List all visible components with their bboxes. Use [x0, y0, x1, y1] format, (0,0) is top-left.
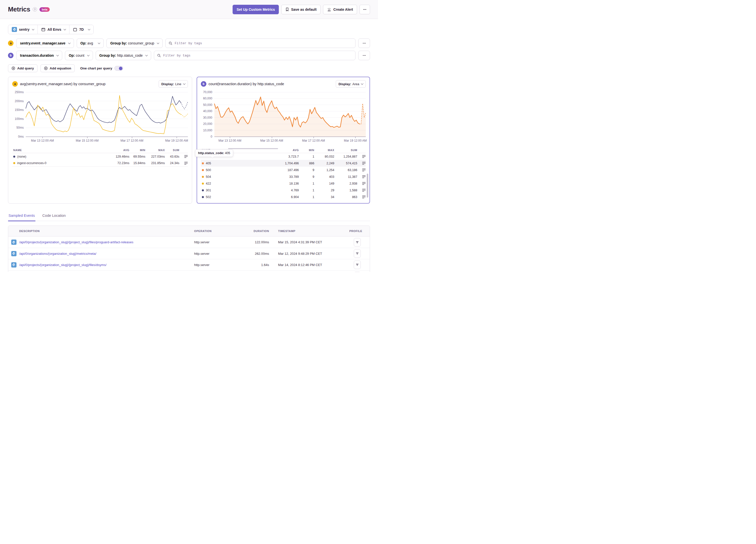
event-description-link[interactable]: /api/0/organizations/{organization_slug}… — [19, 252, 96, 256]
event-timestamp: Mar 15, 2024 4:31:39 PM CET — [269, 240, 335, 244]
row-menu-icon[interactable] — [362, 162, 366, 165]
profile-button[interactable] — [354, 249, 361, 258]
y-tick-label: 30,000 — [203, 116, 212, 119]
series-value: 69.55ms — [129, 155, 145, 158]
tab-code-location[interactable]: Code Location — [42, 214, 66, 221]
series-value: 2,938 — [334, 182, 357, 185]
series-value: 574,415 — [334, 162, 357, 165]
series-name: 301 — [201, 189, 271, 192]
series-color-dot — [13, 162, 15, 164]
one-chart-per-query-toggle[interactable] — [114, 66, 123, 71]
y-tick-label: 200ms — [15, 99, 24, 103]
col-profile: PROFILE — [335, 230, 370, 233]
series-value: 15.84ms — [129, 161, 145, 165]
tag-filter-input-b[interactable] — [163, 54, 352, 57]
help-icon[interactable]: ? — [33, 7, 37, 11]
row-menu-icon[interactable] — [362, 168, 366, 172]
series-value: 1,254,887 — [334, 155, 357, 158]
groupby-select-a[interactable]: Group by: consumer_group — [106, 38, 163, 48]
row-menu-icon[interactable] — [362, 195, 366, 199]
series-value: 63,186 — [334, 168, 357, 172]
series-color-dot — [202, 176, 204, 178]
metric-select-b[interactable]: transaction.duration — [16, 51, 62, 60]
environment-selector[interactable]: All Envs — [37, 25, 69, 34]
op-select-b[interactable]: Op: count — [65, 51, 93, 60]
display-select-b[interactable]: Display:Area — [336, 80, 366, 88]
row-menu-icon[interactable] — [362, 182, 366, 185]
create-alert-button[interactable]: Create Alert — [323, 5, 357, 14]
event-description-link[interactable]: /api/0/projects/{organization_slug}/{pro… — [19, 263, 106, 267]
groupby-select-b[interactable]: Group by: http.status_code — [96, 51, 151, 60]
series-value: 72.23ms — [105, 161, 129, 165]
save-as-default-button[interactable]: Save as default — [281, 5, 321, 14]
date-range-selector[interactable]: 7D — [69, 25, 93, 34]
event-operation: http.server — [194, 240, 239, 244]
sampled-events-table: DESCRIPTION OPERATION DURATION TIMESTAMP… — [8, 226, 370, 272]
event-row: /api/0/organizations/{organization_slug}… — [8, 270, 370, 272]
profile-button[interactable] — [354, 261, 361, 269]
environment-window-icon — [41, 27, 45, 32]
x-tick-label: Mar 13 12:00 AM — [219, 139, 241, 142]
series-menu[interactable] — [179, 155, 188, 158]
more-options-button[interactable] — [360, 5, 370, 14]
query-badge-b: b — [201, 81, 206, 87]
profile-button[interactable] — [354, 238, 361, 247]
series-label: 502 — [206, 195, 211, 199]
event-timestamp: Mar 14, 2024 8:12:46 PM CET — [269, 263, 335, 267]
query-badge-b: b — [8, 53, 13, 58]
row-menu-icon[interactable] — [184, 162, 188, 165]
summary-col-max: MAX — [314, 149, 334, 152]
series-menu[interactable] — [357, 189, 366, 192]
series-menu[interactable] — [357, 182, 366, 185]
row-menu-icon[interactable] — [362, 155, 366, 158]
op-select-a[interactable]: Op: avg — [77, 38, 104, 48]
series-menu[interactable] — [357, 175, 366, 178]
line-chart-a[interactable] — [26, 92, 188, 137]
y-tick-label: 40,000 — [203, 109, 212, 113]
y-tick-label: 100ms — [15, 117, 24, 121]
tab-sampled-events[interactable]: Sampled Events — [8, 214, 35, 221]
tag-filter-input-a[interactable] — [175, 41, 352, 45]
query-more-button-a[interactable] — [358, 38, 370, 48]
series-row: 42218.13611492,938 — [201, 180, 366, 187]
vertical-scrollbar-thumb[interactable] — [367, 174, 368, 198]
project-selector[interactable]: sentry — [8, 25, 37, 34]
chart-tooltip: http.status_code: 405 — [195, 149, 233, 157]
chart-panel-a[interactable]: a avg(sentry.event_manager.save) by cons… — [8, 77, 192, 204]
series-value: 33.789 — [271, 175, 299, 179]
area-chart-b[interactable] — [214, 92, 366, 137]
series-menu[interactable] — [357, 168, 366, 172]
horizontal-scrollbar-thumb[interactable] — [228, 148, 278, 149]
query-more-button-b[interactable] — [358, 51, 370, 60]
chevron-down-icon — [32, 28, 34, 30]
row-menu-icon[interactable] — [362, 189, 366, 192]
bookmark-icon — [285, 7, 289, 11]
profile-button[interactable] — [354, 272, 361, 272]
series-color-dot — [202, 196, 204, 198]
series-menu[interactable] — [357, 195, 366, 199]
chevron-down-icon — [183, 82, 185, 85]
metric-select-a[interactable]: sentry.event_manager.save — [16, 38, 74, 48]
series-name: 422 — [201, 182, 271, 185]
ellipsis-icon — [363, 7, 367, 11]
series-menu[interactable] — [357, 162, 366, 165]
row-menu-icon[interactable] — [184, 155, 188, 158]
display-select-a[interactable]: Display:Line — [159, 80, 188, 88]
add-equation-button[interactable]: Add equation — [40, 64, 75, 72]
series-menu[interactable] — [179, 162, 188, 165]
chevron-down-icon — [87, 54, 89, 56]
row-menu-icon[interactable] — [362, 175, 366, 178]
series-value: 24.34s — [165, 161, 179, 165]
query-row-b: b transaction.duration Op: count Group b… — [8, 51, 370, 60]
series-row: 4051,704.4968862,249574,415 — [201, 160, 366, 167]
add-query-button[interactable]: Add query — [8, 64, 37, 72]
event-description-link[interactable]: /api/0/projects/{organization_slug}/{pro… — [19, 240, 133, 244]
series-menu[interactable] — [357, 155, 366, 158]
x-tick-label: Mar 17 12:00 AM — [120, 139, 143, 142]
profile-flamechart-icon — [356, 263, 359, 267]
chart-panel-b[interactable]: b count(transaction.duration) by http.st… — [197, 77, 370, 204]
col-duration: DURATION — [239, 230, 269, 233]
event-timestamp: Mar 12, 2024 9:48:29 PM CET — [269, 252, 335, 256]
series-label: 405 — [206, 162, 211, 165]
setup-custom-metrics-button[interactable]: Set Up Custom Metrics — [233, 5, 279, 14]
